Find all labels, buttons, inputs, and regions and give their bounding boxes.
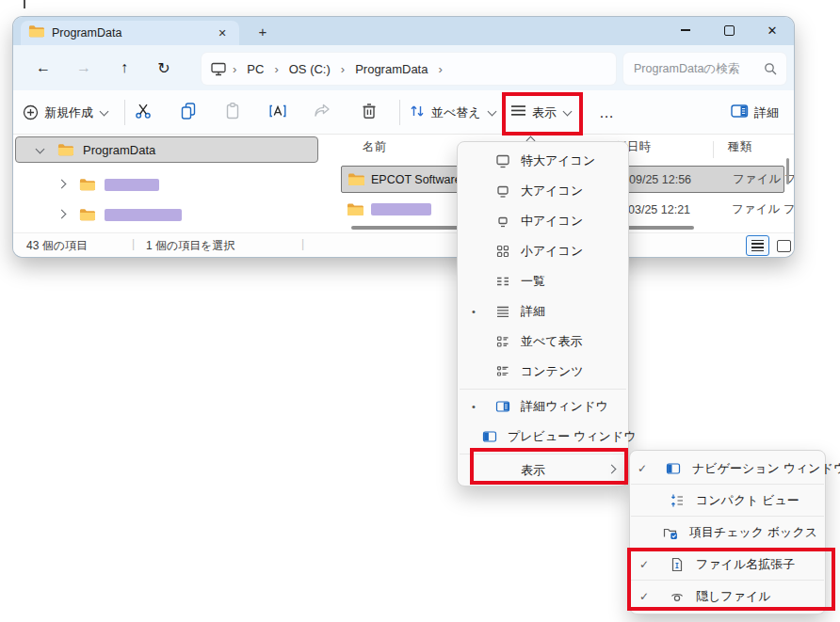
maximize-button[interactable] [707, 17, 751, 43]
cut-button[interactable] [134, 98, 153, 127]
tree-item-redacted[interactable] [15, 201, 318, 228]
tab-programdata[interactable]: ProgramData ✕ [21, 21, 239, 45]
menu-item-list[interactable]: 一覧 [458, 266, 628, 296]
close-button[interactable]: ✕ [751, 17, 794, 43]
breadcrumb-pc[interactable]: PC [243, 62, 267, 76]
tree-item-programdata[interactable]: ProgramData [15, 136, 318, 163]
redacted-label [105, 209, 182, 221]
content-area: ProgramData 名前 更新日時 種類 [13, 135, 794, 232]
details-view-icon [751, 238, 764, 253]
details-pane-button[interactable]: 詳細 [731, 98, 784, 127]
minimize-button[interactable] [664, 17, 707, 43]
share-button[interactable] [313, 98, 331, 127]
copy-button[interactable] [179, 98, 198, 127]
menu-item-details-pane[interactable]: • 詳細ウィンドウ [458, 391, 628, 422]
redacted-label [105, 179, 159, 191]
column-header-type[interactable]: 種類 [728, 139, 751, 155]
submenu-item-item-check-boxes[interactable]: 項目チェック ボックス [630, 517, 825, 548]
rename-icon [268, 102, 287, 124]
new-button[interactable]: 新規作成 [23, 98, 109, 127]
crumb-separator: › [334, 62, 351, 76]
details-pane-label: 詳細 [754, 104, 779, 121]
chevron-down-icon [487, 107, 496, 117]
sort-icon [409, 103, 426, 123]
highlight-box-view-button [502, 92, 583, 136]
file-name: EPCOT Software [371, 173, 461, 186]
delete-button[interactable] [360, 98, 379, 127]
menu-item-small-icons[interactable]: 小アイコン [458, 236, 628, 266]
submenu-item-compact-view[interactable]: コンパクト ビュー [630, 485, 825, 516]
column-header-name[interactable]: 名前 [363, 139, 386, 155]
menu-item-large-icons[interactable]: 大アイコン [458, 176, 628, 206]
sort-button[interactable]: 並べ替え [409, 98, 497, 127]
tab-close-icon[interactable]: ✕ [213, 27, 232, 40]
chevron-collapsed-icon[interactable] [57, 179, 67, 188]
up-button[interactable]: ↑ [112, 56, 137, 80]
details-pane-icon [731, 104, 749, 122]
content-view-icon [495, 364, 510, 379]
cut-icon [134, 102, 153, 124]
chevron-collapsed-icon[interactable] [57, 209, 67, 218]
screen-artifact [24, 0, 25, 8]
breadcrumb-programdata[interactable]: ProgramData [351, 62, 431, 76]
search-input[interactable]: ProgramDataの検索 [623, 53, 786, 85]
new-button-label: 新規作成 [44, 104, 93, 121]
minimize-icon [681, 29, 690, 30]
current-selection-bullet: • [467, 306, 480, 317]
menu-item-details[interactable]: • 詳細 [458, 296, 628, 327]
view-menu: 特大アイコン 大アイコン 中アイコン 小アイコン 一覧 • 詳細 並べて表示 コ… [457, 141, 629, 486]
search-icon [764, 62, 777, 75]
tree-item-label: ProgramData [83, 143, 155, 157]
chevron-expanded-icon[interactable] [36, 144, 45, 153]
selected-count: 1 個の項目を選択 [146, 238, 235, 254]
folder-icon [28, 24, 44, 41]
toolbar-divider [399, 100, 400, 125]
plus-circle-icon [23, 104, 39, 120]
column-divider[interactable] [713, 141, 714, 158]
command-toolbar: 新規作成 [13, 90, 794, 135]
details-view-toggle[interactable] [746, 235, 769, 256]
close-icon: ✕ [767, 24, 778, 37]
check-icon: ✓ [638, 462, 647, 475]
item-count: 43 個の項目 [26, 238, 88, 254]
folder-icon [79, 178, 95, 191]
item-check-boxes-icon [663, 525, 678, 540]
navigation-bar: ← → ↑ ↻ › PC › OS (C:) › ProgramData › P… [13, 45, 794, 90]
current-selection-bullet: • [467, 401, 480, 412]
sort-button-label: 並べ替え [431, 104, 481, 121]
menu-item-tiles[interactable]: 並べて表示 [458, 327, 628, 357]
copy-icon [179, 102, 198, 124]
vertical-scrollbar[interactable] [786, 158, 789, 184]
crumb-separator: › [226, 62, 243, 76]
menu-separator [460, 389, 626, 390]
tree-item-redacted[interactable] [15, 171, 318, 198]
submenu-item-navigation-pane[interactable]: ✓ ナビゲーション ウィンドウ [630, 453, 825, 484]
menu-item-content[interactable]: コンテンツ [458, 357, 628, 387]
paste-button[interactable] [223, 98, 242, 127]
breadcrumb-os-c[interactable]: OS (C:) [285, 62, 334, 76]
breadcrumb: › PC › OS (C:) › ProgramData › [202, 53, 616, 85]
file-date: 03/25 12:21 [628, 203, 690, 216]
small-icons-icon [495, 244, 510, 259]
rename-button[interactable] [268, 98, 287, 127]
tab-title: ProgramData [52, 26, 213, 40]
paste-icon [223, 102, 242, 124]
folder-icon [57, 143, 73, 156]
trash-icon [360, 102, 379, 124]
large-icons-view-toggle[interactable] [772, 235, 794, 256]
back-button[interactable]: ← [31, 56, 56, 80]
menu-item-extra-large-icons[interactable]: 特大アイコン [458, 146, 628, 176]
more-button[interactable]: … [599, 98, 615, 127]
tab-bar: ProgramData ✕ + ✕ [13, 17, 794, 45]
redacted-file-name [371, 203, 431, 215]
list-view-icon [495, 274, 510, 289]
menu-item-medium-icons[interactable]: 中アイコン [458, 206, 628, 236]
refresh-button[interactable]: ↻ [152, 56, 176, 80]
new-tab-button[interactable]: + [250, 19, 275, 43]
forward-button[interactable]: → [72, 56, 96, 80]
file-type: ファイル フォルダー [732, 201, 794, 217]
chevron-down-icon [100, 107, 109, 117]
crumb-separator: › [431, 62, 448, 76]
folder-icon [347, 172, 364, 186]
explorer-window: ProgramData ✕ + ✕ ← → ↑ ↻ › PC › OS (C:)… [13, 17, 794, 257]
